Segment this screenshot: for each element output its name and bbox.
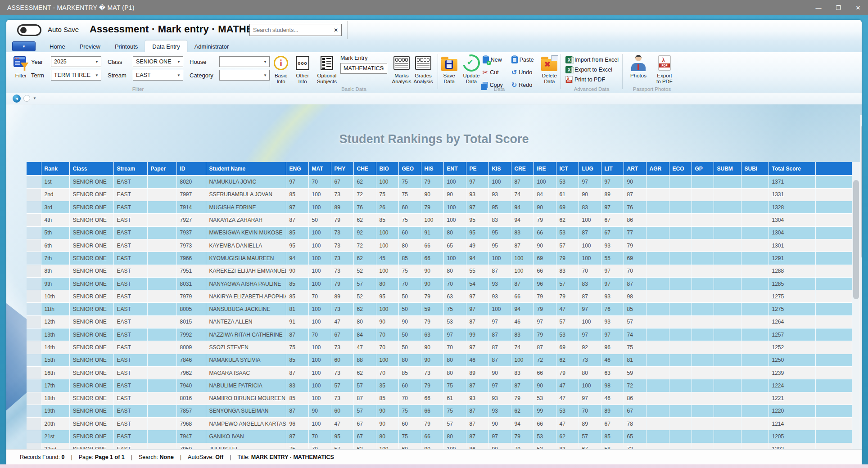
cell-rank[interactable]: 3rd xyxy=(41,201,69,214)
cell-cre[interactable]: 94 xyxy=(511,201,533,214)
cell-subi[interactable] xyxy=(741,176,769,188)
col-header-ict[interactable]: ICT xyxy=(556,162,579,176)
cell-class[interactable]: SENIOR ONE xyxy=(69,315,113,328)
file-menu-button[interactable]: ▼ xyxy=(12,41,36,51)
cell-pe[interactable]: 97 xyxy=(466,201,488,214)
cell-subi[interactable] xyxy=(741,366,769,379)
cell-gp[interactable] xyxy=(692,418,714,430)
cell-che[interactable]: 72 xyxy=(353,239,376,252)
cell-student-name[interactable]: NABULIME PATRICIA xyxy=(206,379,286,392)
cell-lug[interactable]: 100 xyxy=(579,252,601,265)
cell-kis[interactable]: 93 xyxy=(488,405,511,417)
forward-button[interactable] xyxy=(23,95,30,102)
cell-stream[interactable]: EAST xyxy=(113,226,147,239)
cell-che[interactable]: 57 xyxy=(353,405,376,417)
cell-phy[interactable]: 57 xyxy=(331,443,353,449)
cell-subm[interactable] xyxy=(714,354,741,366)
cell-lit[interactable]: 97 xyxy=(601,176,624,188)
cell-subi[interactable] xyxy=(741,277,769,290)
cell-gp[interactable] xyxy=(692,430,714,443)
cell-empty[interactable] xyxy=(815,303,852,315)
cell-mat[interactable]: 100 xyxy=(308,303,331,315)
cell-geo[interactable]: 60 xyxy=(398,201,421,214)
cell-gp[interactable] xyxy=(692,226,714,239)
cell-mat[interactable]: 100 xyxy=(308,252,331,265)
cell-che[interactable]: 52 xyxy=(353,290,376,303)
cell-mat[interactable]: 100 xyxy=(308,341,331,354)
cell-lit[interactable]: 97 xyxy=(601,265,624,277)
col-header-che[interactable]: CHE xyxy=(353,162,376,176)
cell-bio[interactable]: 100 xyxy=(376,176,398,188)
cell-his[interactable]: 90 xyxy=(421,354,443,366)
cell-subi[interactable] xyxy=(741,405,769,417)
col-header-geo[interactable]: GEO xyxy=(398,162,421,176)
cell-ent[interactable]: 100 xyxy=(443,201,466,214)
cell-id[interactable]: 8009 xyxy=(176,341,206,354)
cell-total-score[interactable]: 1224 xyxy=(769,379,815,392)
cell-lit[interactable]: 85 xyxy=(601,430,624,443)
cell-lug[interactable]: 67 xyxy=(579,443,601,449)
cell-cre[interactable]: 87 xyxy=(511,176,533,188)
cell-empty[interactable] xyxy=(815,366,852,379)
cell-pe[interactable]: 87 xyxy=(466,430,488,443)
cell-student-name[interactable]: SSERUBAMBULA JOVAN xyxy=(206,188,286,201)
cell-paper[interactable] xyxy=(147,176,176,188)
cell-class[interactable]: SENIOR ONE xyxy=(69,226,113,239)
export-to-excel-button[interactable]: X Export to Excel xyxy=(565,65,622,75)
cell-eco[interactable] xyxy=(669,277,692,290)
cell-gp[interactable] xyxy=(692,176,714,188)
cell-ire[interactable]: 79 xyxy=(533,303,556,315)
cell-art[interactable]: 86 xyxy=(624,214,646,226)
cell-eng[interactable]: 85 xyxy=(286,392,308,405)
cell-ict[interactable]: 57 xyxy=(556,239,579,252)
cell-che[interactable]: 92 xyxy=(353,226,376,239)
cell-subi[interactable] xyxy=(741,252,769,265)
cell-bio[interactable]: 90 xyxy=(376,315,398,328)
cell-eco[interactable] xyxy=(669,328,692,341)
cell-class[interactable]: SENIOR ONE xyxy=(69,328,113,341)
cell-art[interactable]: 78 xyxy=(624,418,646,430)
cell-subm[interactable] xyxy=(714,176,741,188)
table-row[interactable]: 9thSENIOR ONEEAST8031NANYAGWA AISHA PAUL… xyxy=(27,277,852,290)
cell-subi[interactable] xyxy=(741,392,769,405)
cell-lit[interactable]: 96 xyxy=(601,341,624,354)
cell-che[interactable]: 72 xyxy=(353,188,376,201)
cell-lug[interactable]: 97 xyxy=(579,303,601,315)
cell-agr[interactable] xyxy=(646,443,669,449)
cell-ire[interactable]: 90 xyxy=(533,239,556,252)
cell-his[interactable]: 79 xyxy=(421,379,443,392)
cell-agr[interactable] xyxy=(646,379,669,392)
cell-che[interactable]: 62 xyxy=(353,252,376,265)
cell-ire[interactable]: 66 xyxy=(533,265,556,277)
cell-class[interactable]: SENIOR ONE xyxy=(69,392,113,405)
cell-agr[interactable] xyxy=(646,392,669,405)
cell-empty[interactable] xyxy=(815,315,852,328)
cell-paper[interactable] xyxy=(147,328,176,341)
cell-lug[interactable]: 97 xyxy=(579,176,601,188)
cell-mat[interactable]: 100 xyxy=(308,277,331,290)
cell-empty[interactable] xyxy=(815,265,852,277)
cell-subm[interactable] xyxy=(714,430,741,443)
cell-subm[interactable] xyxy=(714,443,741,449)
cell-ict[interactable]: 62 xyxy=(556,354,579,366)
cell-lit[interactable]: 67 xyxy=(601,418,624,430)
cell-agr[interactable] xyxy=(646,315,669,328)
cell-pe[interactable]: 97 xyxy=(466,303,488,315)
cell-che[interactable]: 80 xyxy=(353,315,376,328)
cell-lug[interactable]: 100 xyxy=(579,239,601,252)
cell-paper[interactable] xyxy=(147,418,176,430)
cell-lug[interactable]: 89 xyxy=(579,418,601,430)
cell-class[interactable]: SENIOR ONE xyxy=(69,265,113,277)
cell-total-score[interactable]: 1250 xyxy=(769,354,815,366)
cell-stream[interactable]: EAST xyxy=(113,252,147,265)
cell-lit[interactable]: 97 xyxy=(601,328,624,341)
cell-phy[interactable]: 79 xyxy=(331,214,353,226)
cell-paper[interactable] xyxy=(147,392,176,405)
cell-rank[interactable]: 12th xyxy=(41,315,69,328)
cell-agr[interactable] xyxy=(646,430,669,443)
col-header-subm[interactable]: SUBM xyxy=(714,162,741,176)
cell-rank[interactable]: 13th xyxy=(41,328,69,341)
cell-phy[interactable]: 89 xyxy=(331,290,353,303)
cell-student-name[interactable]: NAKAYIZA ZAHARAH xyxy=(206,214,286,226)
cell-cre[interactable]: 66 xyxy=(511,290,533,303)
